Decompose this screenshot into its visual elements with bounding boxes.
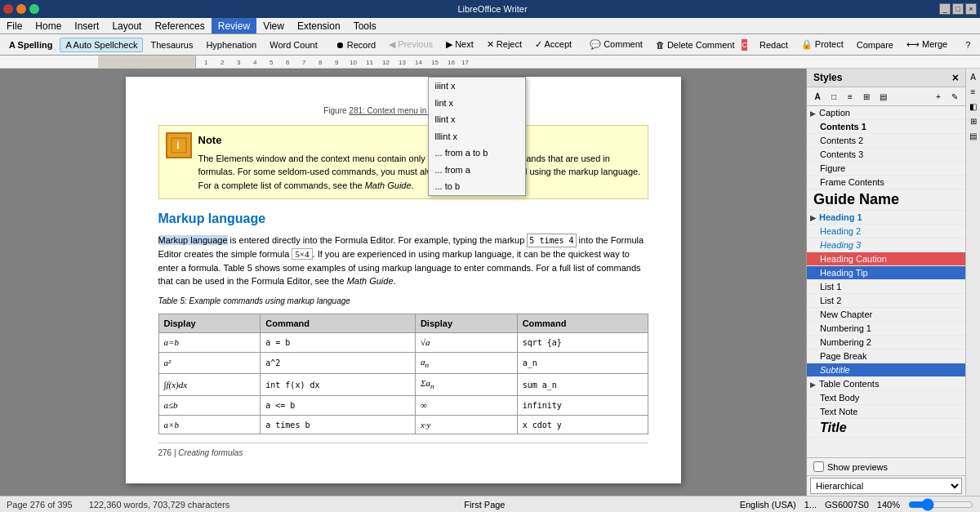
style-heading2[interactable]: Heading 2 — [807, 225, 965, 238]
style-list2[interactable]: List 2 — [807, 294, 965, 308]
right-sidebar: A ≡ ◧ ⊞ ▤ — [965, 69, 980, 496]
cell-c2-5: x cdot y — [517, 415, 648, 434]
cell-d1-4: a≤b — [158, 396, 261, 416]
sidebar-btn-1[interactable]: A — [967, 70, 980, 83]
menu-insert[interactable]: Insert — [68, 18, 105, 33]
highlighted-text: Markup language — [158, 235, 228, 245]
style-text-body[interactable]: Text Body — [807, 391, 965, 405]
menu-layout[interactable]: Layout — [105, 18, 148, 33]
review-toolbar: A Spelling A Auto Spellcheck Thesaurus H… — [0, 34, 980, 56]
formula-dropdown[interactable]: iiint x lint x llint x lllint x ... from… — [428, 77, 526, 196]
style-frame-contents[interactable]: Frame Contents — [807, 176, 965, 189]
note-text: The Elements window and the context menu… — [198, 152, 641, 193]
document-area[interactable]: iiint x lint x llint x lllint x ... from… — [0, 69, 806, 496]
expand-icon-h1: ▶ — [810, 214, 816, 222]
hyphenation-btn[interactable]: Hyphenation — [200, 38, 262, 52]
style-figure[interactable]: Figure — [807, 162, 965, 176]
style-heading3[interactable]: Heading 3 — [807, 238, 965, 252]
menu-file[interactable]: File — [0, 18, 29, 33]
formula-item-iiint[interactable]: iiint x — [429, 78, 525, 95]
thesaurus-btn[interactable]: Thesaurus — [145, 38, 198, 52]
minimize-btn[interactable]: _ — [939, 3, 951, 15]
formula-item-from-a-to-b[interactable]: ... from a to b — [429, 145, 525, 162]
spelling-btn[interactable]: A Spelling — [3, 38, 58, 52]
record-btn[interactable]: ⏺ Record — [330, 38, 382, 52]
cell-d2-2: an — [415, 352, 517, 374]
styles-new-btn[interactable]: + — [931, 89, 946, 104]
menu-extension[interactable]: Extension — [291, 18, 347, 33]
compare-btn[interactable]: Compare — [851, 38, 899, 52]
status-bar: Page 276 of 395 122,360 words, 703,729 c… — [0, 496, 980, 512]
figure-caption: Figure 281: Context menu in Formula Edit… — [158, 105, 648, 117]
sidebar-btn-2[interactable]: ≡ — [967, 85, 980, 98]
style-subtitle[interactable]: Subtitle — [807, 363, 965, 377]
style-table-contents[interactable]: ▶Table Contents — [807, 377, 965, 391]
menu-view[interactable]: View — [256, 18, 291, 33]
formula-table: Display Command Display Command a=b a = … — [158, 314, 648, 435]
style-contents3[interactable]: Contents 3 — [807, 148, 965, 162]
cell-c1-4: a <= b — [261, 396, 416, 416]
formula-item-llint[interactable]: llint x — [429, 111, 525, 128]
auto-spellcheck-btn[interactable]: A Auto Spellcheck — [60, 38, 143, 52]
style-heading-caution[interactable]: Heading Caution — [807, 252, 965, 266]
styles-btn-box[interactable]: □ — [826, 89, 841, 104]
review-view-group: ? Review ▼ — [960, 37, 980, 53]
maximize-btn[interactable]: □ — [952, 3, 964, 15]
styles-hierarchy-dropdown[interactable]: Hierarchical — [810, 478, 962, 494]
style-heading1[interactable]: ▶Heading 1 — [807, 211, 965, 225]
show-previews-checkbox[interactable] — [813, 461, 824, 472]
style-guide-name[interactable]: Guide Name — [807, 189, 965, 211]
menu-review[interactable]: Review — [212, 18, 256, 33]
delete-comment-btn[interactable]: 🗑 Delete Comment — [650, 38, 741, 52]
next-btn[interactable]: ▶ Next — [440, 37, 479, 52]
menu-tools[interactable]: Tools — [347, 18, 383, 33]
styles-btn-list[interactable]: ≡ — [843, 89, 858, 104]
styles-list[interactable]: ▶Caption Contents 1 Contents 2 Contents … — [807, 106, 965, 457]
col-header-command1: Command — [261, 314, 416, 333]
protect-btn[interactable]: 🔒 Protect — [795, 37, 849, 52]
formula-item-from-a[interactable]: ... from a — [429, 162, 525, 179]
formula-item-to-b[interactable]: ... to b — [429, 178, 525, 195]
style-contents2[interactable]: Contents 2 — [807, 134, 965, 148]
comment-btn[interactable]: 💬 Comment — [584, 37, 648, 52]
sidebar-btn-4[interactable]: ⊞ — [967, 114, 980, 127]
styles-btn-a[interactable]: A — [810, 89, 825, 104]
style-heading-tip[interactable]: Heading Tip — [807, 266, 965, 280]
close-btn[interactable]: × — [965, 3, 977, 15]
styles-btn-page[interactable]: ▤ — [875, 89, 890, 104]
accept-btn[interactable]: ✓ Accept — [529, 37, 577, 52]
table-row: a×b a times b x·y x cdot y — [158, 415, 648, 434]
style-text-note[interactable]: Text Note — [807, 405, 965, 419]
formula-item-lllint[interactable]: lllint x — [429, 128, 525, 145]
sidebar-btn-3[interactable]: ◧ — [967, 100, 980, 113]
page-footer: 276 | Creating formulas — [158, 443, 648, 459]
style-list1[interactable]: List 1 — [807, 280, 965, 294]
style-caption[interactable]: ▶Caption — [807, 106, 965, 120]
styles-edit-btn[interactable]: ✎ — [947, 89, 962, 104]
styles-btn-frame[interactable]: ⊞ — [859, 89, 874, 104]
style-new-chapter[interactable]: New Chapter — [807, 308, 965, 322]
reject-btn[interactable]: ✕ Reject — [481, 37, 528, 52]
styles-close-btn[interactable]: × — [952, 71, 959, 84]
style-numbering2[interactable]: Numbering 2 — [807, 336, 965, 349]
zoom-slider[interactable] — [908, 498, 973, 511]
menu-home[interactable]: Home — [29, 18, 68, 33]
cell-d1-3: ∫f(x)dx — [158, 374, 261, 396]
title-bar: LibreOffice Writer _ □ × — [0, 0, 980, 18]
word-count: 122,360 words, 703,729 characters — [89, 500, 229, 510]
menu-references[interactable]: References — [148, 18, 211, 33]
sidebar-btn-5[interactable]: ▤ — [967, 129, 980, 142]
style-title[interactable]: Title — [807, 419, 965, 438]
style-numbering1[interactable]: Numbering 1 — [807, 322, 965, 336]
document-page: iiint x lint x llint x lllint x ... from… — [126, 77, 681, 483]
formula-item-lint[interactable]: lint x — [429, 95, 525, 112]
show-previews-label[interactable]: Show previews — [813, 461, 888, 472]
style-page-break[interactable]: Page Break — [807, 349, 965, 363]
previous-btn[interactable]: ◀ Previous — [383, 37, 439, 52]
word-count-btn[interactable]: Word Count — [264, 38, 323, 52]
help-icon[interactable]: ? — [960, 37, 976, 53]
redact-btn[interactable]: Redact — [754, 38, 794, 52]
math-guide-ref: Math Guide — [347, 276, 394, 286]
merge-btn[interactable]: ⟷ Merge — [901, 37, 953, 52]
style-contents1[interactable]: Contents 1 — [807, 120, 965, 134]
